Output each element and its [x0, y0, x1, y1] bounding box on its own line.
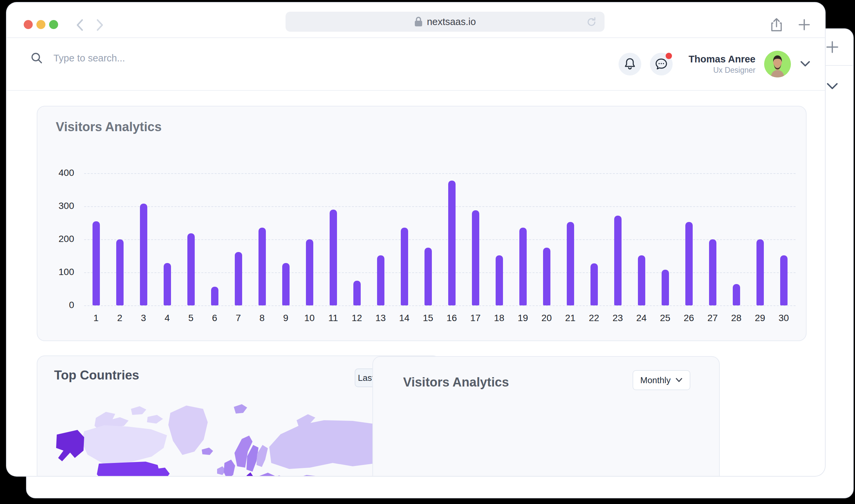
share-icon[interactable] — [770, 17, 783, 32]
x-axis-tick: 11 — [323, 313, 343, 323]
traffic-lights — [24, 20, 58, 29]
lock-icon — [414, 16, 423, 27]
bar — [495, 255, 503, 305]
bar — [780, 255, 787, 305]
search-icon — [30, 51, 43, 65]
x-axis-tick: 30 — [774, 313, 794, 323]
bar-card-title: Visitors Analytics — [56, 120, 162, 134]
back-button[interactable] — [75, 18, 85, 32]
bar — [519, 228, 527, 305]
bar — [330, 210, 337, 305]
address-bar[interactable]: nextsaas.io — [285, 12, 605, 32]
x-axis-tick: 15 — [418, 313, 438, 323]
screenshot-backdrop: nextsaas.io — [0, 0, 855, 504]
x-axis-tick: 20 — [537, 313, 557, 323]
x-axis-tick: 18 — [489, 313, 509, 323]
app-header: Thomas Anree Ux Designer — [7, 38, 825, 91]
x-axis-tick: 12 — [347, 313, 367, 323]
x-axis-tick: 4 — [157, 313, 177, 323]
y-axis-tick: 300 — [49, 201, 74, 211]
user-meta: Thomas Anree Ux Designer — [689, 53, 755, 75]
x-axis-tick: 21 — [560, 313, 580, 323]
donut-card-title: Visitors Analytics — [403, 375, 509, 390]
x-axis-tick: 5 — [181, 313, 201, 323]
x-axis-tick: 14 — [395, 313, 415, 323]
x-axis-tick: 10 — [300, 313, 320, 323]
bar — [685, 222, 693, 305]
bar — [187, 233, 195, 305]
close-window-button[interactable] — [24, 20, 33, 29]
notifications-button[interactable] — [618, 53, 641, 75]
x-axis-tick: 22 — [584, 313, 604, 323]
bar — [424, 248, 432, 305]
bar — [733, 284, 740, 305]
x-axis-tick: 25 — [655, 313, 675, 323]
bar — [591, 263, 598, 305]
x-axis-tick: 17 — [466, 313, 486, 323]
x-axis-tick: 3 — [134, 313, 154, 323]
messages-button[interactable] — [650, 53, 673, 75]
background-window-new-tab-icon[interactable] — [825, 40, 840, 54]
x-axis-tick: 26 — [679, 313, 699, 323]
unread-indicator-dot — [666, 53, 672, 59]
range-label: Monthly — [640, 375, 670, 385]
bar — [377, 255, 384, 305]
url-text: nextsaas.io — [427, 16, 476, 28]
x-axis-tick: 7 — [228, 313, 248, 323]
x-axis-tick: 23 — [608, 313, 628, 323]
x-axis-tick: 29 — [750, 313, 770, 323]
bar — [140, 203, 147, 305]
bar — [116, 239, 124, 305]
browser-window: nextsaas.io — [7, 3, 825, 476]
background-window-chevron-down-icon[interactable] — [826, 82, 839, 91]
avatar[interactable] — [764, 51, 791, 77]
chat-bubble-icon — [655, 58, 668, 70]
x-axis-tick: 6 — [205, 313, 225, 323]
bar — [567, 222, 574, 305]
bar — [638, 255, 645, 305]
x-axis-tick: 19 — [513, 313, 533, 323]
x-axis-tick: 2 — [110, 313, 130, 323]
y-axis-tick: 400 — [49, 167, 74, 178]
x-axis-tick: 16 — [442, 313, 462, 323]
top-countries-title: Top Countries — [54, 368, 139, 382]
bar — [306, 239, 313, 305]
x-axis-tick: 1 — [86, 313, 106, 323]
profile-chevron-down-icon[interactable] — [800, 60, 811, 68]
bar — [448, 181, 456, 305]
bar — [164, 263, 171, 305]
bar-chart-x-labels: 1234567891011121314151617181920212223242… — [84, 313, 796, 326]
bar-chart-plot — [84, 173, 796, 305]
refresh-icon[interactable] — [586, 16, 597, 28]
y-axis-tick: 100 — [49, 267, 74, 277]
bar — [709, 239, 716, 305]
x-axis-tick: 8 — [252, 313, 272, 323]
x-axis-tick: 28 — [727, 313, 747, 323]
bar — [211, 287, 219, 305]
x-axis-tick: 27 — [703, 313, 723, 323]
visitors-analytics-donut-card: Visitors Analytics Monthly — [372, 356, 720, 476]
bar — [756, 239, 764, 305]
bar — [282, 263, 290, 305]
x-axis-tick: 9 — [276, 313, 296, 323]
browser-chrome: nextsaas.io — [7, 3, 825, 38]
bell-icon — [624, 57, 636, 71]
search-input[interactable] — [53, 52, 255, 64]
donut-range-dropdown[interactable]: Monthly — [632, 370, 690, 390]
y-axis-tick: 0 — [49, 300, 74, 310]
bar — [92, 221, 100, 305]
user-role: Ux Designer — [689, 65, 755, 75]
bar — [472, 210, 479, 305]
x-axis-tick: 13 — [371, 313, 391, 323]
bar — [259, 228, 266, 305]
gridline — [84, 305, 796, 306]
minimize-window-button[interactable] — [36, 20, 46, 29]
bar — [235, 252, 242, 305]
zoom-window-button[interactable] — [49, 20, 58, 29]
bar — [353, 281, 361, 305]
forward-button[interactable] — [95, 18, 105, 32]
user-name: Thomas Anree — [689, 53, 755, 65]
bar — [401, 228, 408, 305]
visitors-analytics-bar-card: Visitors Analytics 4003002001000 1234567… — [37, 106, 806, 341]
new-tab-icon[interactable] — [798, 18, 811, 31]
